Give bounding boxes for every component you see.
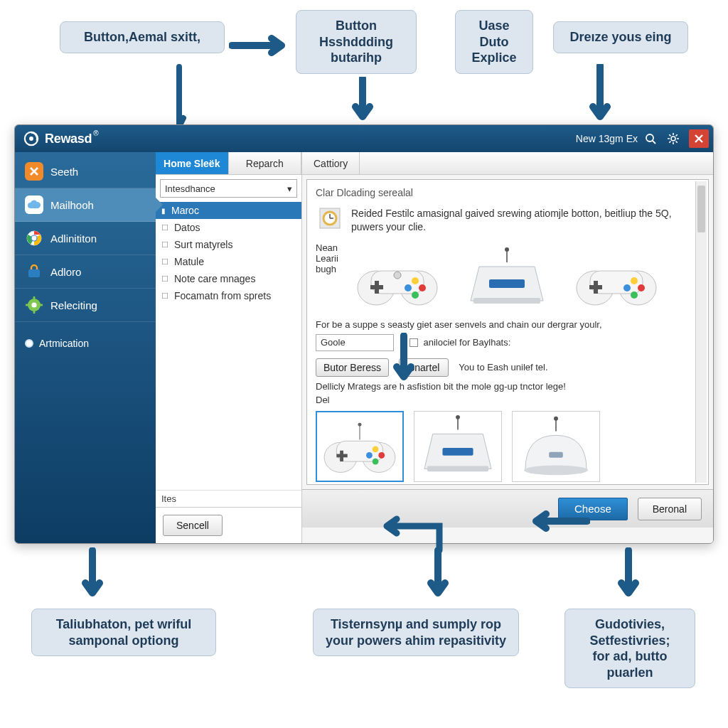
svg-rect-73 — [549, 452, 563, 458]
help-button[interactable] — [641, 129, 660, 148]
callout-arrow — [229, 34, 294, 58]
sidebar-item-label: Seeth — [50, 166, 78, 178]
select-device-station[interactable] — [414, 411, 502, 482]
callout-arrow — [348, 77, 377, 128]
svg-point-53 — [623, 284, 631, 291]
tab-reparch[interactable]: Reparch — [229, 152, 302, 174]
combo-intesdhance[interactable]: Intesdhance ▾ — [160, 179, 297, 198]
svg-point-40 — [412, 291, 419, 299]
footer-bar: Cheose Beronal — [302, 489, 713, 528]
close-button[interactable] — [689, 129, 709, 148]
sidebar-item-label: Adloro — [50, 266, 81, 278]
cloud-icon — [25, 196, 43, 214]
sidebar: Seeth Mailhooh Adlinititon Adloro Releci… — [15, 152, 156, 543]
titlebar: Rewasd® New 13gm Ex — [15, 125, 713, 152]
svg-rect-59 — [336, 454, 347, 457]
callout-top-1: Button,Aemal sxitt, — [60, 21, 225, 53]
callout-bottom-1: Taliubhaton, pet wriful samponal optiong — [31, 609, 216, 656]
cancel-button[interactable]: Sencell — [163, 515, 223, 536]
panel-title: Clar Dlcading serealal — [316, 187, 700, 198]
note-short: Del — [316, 395, 700, 405]
svg-point-54 — [631, 291, 638, 299]
svg-rect-26 — [26, 304, 28, 306]
scroll-thumb[interactable] — [697, 186, 705, 232]
sidebar-footer-option[interactable]: Artmication — [15, 332, 156, 355]
callout-arrow — [424, 547, 452, 604]
list-item[interactable]: Datos — [156, 219, 301, 236]
callout-bottom-2: Tisternsynµ and sumply rop your powers a… — [313, 609, 519, 656]
svg-point-39 — [405, 284, 412, 291]
sidebar-item-mailhooh[interactable]: Mailhooh — [15, 188, 156, 222]
app-logo-icon — [23, 131, 39, 146]
svg-point-52 — [638, 284, 645, 291]
google-input[interactable] — [316, 334, 394, 351]
list-item[interactable]: Surt matyrels — [156, 236, 301, 253]
callout-arrow — [78, 547, 107, 604]
middle-footer-label: Ites — [156, 490, 301, 507]
svg-point-1 — [29, 136, 33, 141]
app-title: Rewasd — [45, 132, 92, 146]
list-item[interactable]: Focamatn from sprets — [156, 287, 301, 304]
cross-icon — [25, 162, 43, 181]
butor-button[interactable]: Butor Beress — [316, 358, 389, 377]
svg-rect-27 — [40, 304, 43, 306]
svg-rect-21 — [28, 269, 40, 277]
svg-point-63 — [373, 458, 379, 464]
tab-home[interactable]: Home Sleëk — [156, 152, 229, 174]
device-gamepad[interactable] — [570, 245, 663, 311]
svg-point-20 — [32, 236, 37, 241]
svg-point-65 — [358, 423, 362, 427]
device-station[interactable] — [461, 245, 553, 311]
list-item[interactable]: Matule — [156, 253, 301, 270]
svg-line-3 — [653, 141, 655, 144]
clock-icon — [316, 204, 344, 232]
svg-point-61 — [378, 452, 385, 459]
beronal-button[interactable]: Beronal — [638, 498, 702, 520]
content-panel: Clar Dlcading serealal Reided Festilc am… — [306, 179, 709, 485]
svg-rect-45 — [473, 298, 540, 304]
callout-arrow — [176, 64, 219, 129]
callout-arrow — [614, 547, 643, 604]
select-device-dome[interactable] — [512, 411, 600, 482]
svg-line-9 — [669, 134, 670, 136]
tab-cattiory[interactable]: Cattiory — [302, 152, 360, 174]
list-item[interactable]: Note care mnages — [156, 270, 301, 287]
list-item[interactable]: Maroc — [156, 202, 301, 219]
panel-description: Reided Festilc amasignal gaived srewing … — [351, 207, 700, 234]
svg-point-23 — [31, 302, 36, 307]
svg-point-38 — [419, 284, 426, 291]
callout-arrow-branch — [382, 510, 496, 553]
callout-top-2: Button Hsshddding butarihp — [296, 10, 417, 74]
app-window: Rewasd® New 13gm Ex Seeth Mailhooh Adlin… — [14, 124, 714, 544]
select-device-gamepad[interactable] — [316, 411, 404, 482]
sidebar-item-releciting[interactable]: Releciting — [15, 289, 156, 322]
sidebar-item-seeth[interactable]: Seeth — [15, 155, 156, 188]
svg-rect-44 — [489, 279, 525, 288]
scrollbar[interactable] — [695, 181, 707, 483]
combo-value: Intesdhance — [165, 183, 215, 194]
gear-green-icon — [25, 296, 43, 314]
sidebar-item-label: Adlinititon — [50, 232, 97, 245]
svg-rect-24 — [33, 296, 36, 299]
settings-button[interactable] — [663, 129, 683, 148]
support-line: For be a suppe s seasty giet aser senvel… — [316, 319, 700, 330]
trail-text: You to Eash unilef tel. — [459, 362, 547, 373]
svg-rect-36 — [370, 285, 383, 289]
svg-point-72 — [524, 465, 588, 475]
sidebar-item-label: Mailhooh — [50, 199, 94, 211]
svg-rect-68 — [442, 448, 473, 456]
sidebar-item-label: Releciting — [50, 299, 97, 311]
svg-point-37 — [412, 277, 419, 284]
device-gamepad[interactable] — [351, 245, 444, 311]
chrome-icon — [25, 229, 43, 247]
doc-name: New 13gm Ex — [576, 133, 638, 144]
sidebar-item-adlinititon[interactable]: Adlinititon — [15, 222, 156, 255]
svg-point-51 — [631, 277, 638, 284]
sidebar-item-adloro[interactable]: Adloro — [15, 255, 156, 289]
lock-bag-icon — [25, 262, 43, 281]
panel-arrow-down — [390, 333, 418, 388]
callout-bottom-3: Gudotivies, Setfestivries; for ad, butto… — [564, 609, 695, 688]
note-text: Dellicly Mrategs are h asfistion bit the… — [316, 381, 700, 392]
sidebar-footer-label: Artmication — [39, 338, 89, 349]
callout-top-4: Dreıze yous eing — [553, 21, 688, 53]
